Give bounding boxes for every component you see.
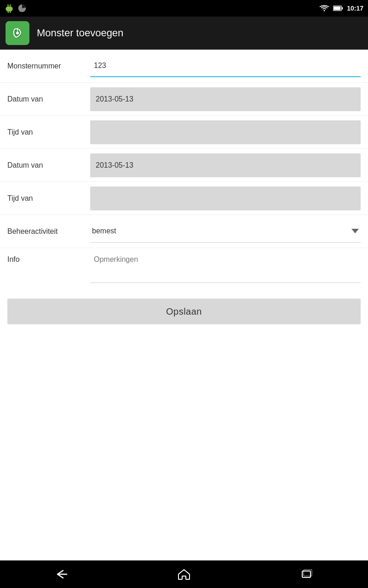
svg-rect-4 (8, 11, 9, 13)
form-row-beheeractiviteit: Beheeractiviteit bemest (0, 215, 368, 248)
status-bar-right: 10:17 (319, 5, 363, 12)
clock: 10:17 (347, 5, 363, 12)
label-beheeractiviteit: Beheeractiviteit (7, 227, 90, 236)
svg-point-12 (16, 32, 19, 34)
label-datum-van-1: Datum van (7, 95, 90, 103)
label-info: Info (7, 255, 90, 264)
status-bar: 10:17 (0, 0, 368, 17)
form-row-info: Info (0, 248, 368, 289)
svg-rect-5 (10, 11, 11, 13)
svg-rect-10 (334, 6, 340, 10)
app-logo (6, 21, 29, 45)
textarea-info[interactable] (90, 255, 361, 283)
dropdown-value-beheeractiviteit: bemest (92, 227, 116, 235)
label-monsternummer: Monsternummer (7, 62, 90, 70)
recent-button[interactable] (293, 565, 321, 583)
input-tijd-van-2[interactable] (90, 187, 361, 210)
svg-point-7 (324, 10, 325, 11)
save-row: Opslaan (0, 289, 368, 334)
app-title: Monster toevoegen (37, 27, 123, 39)
form-row-monsternummer: Monsternummer (0, 50, 368, 83)
home-icon (178, 568, 190, 580)
bottom-nav (0, 560, 368, 588)
label-datum-van-2: Datum van (7, 161, 90, 170)
input-datum-van-1[interactable]: 2013-05-13 (90, 87, 361, 111)
app-bar: Monster toevoegen (0, 17, 368, 50)
android-figure-icon (5, 4, 14, 13)
input-datum-van-2[interactable]: 2013-05-13 (90, 153, 361, 177)
chevron-down-icon (351, 229, 359, 233)
form-row-datum-van-1: Datum van 2013-05-13 (0, 83, 368, 116)
svg-point-0 (7, 5, 9, 6)
status-bar-left (5, 4, 27, 13)
input-tijd-van-1[interactable] (90, 120, 361, 144)
form-row-tijd-van-1: Tijd van (0, 116, 368, 149)
home-button[interactable] (170, 565, 198, 583)
form-row-datum-van-2: Datum van 2013-05-13 (0, 149, 368, 182)
wifi-icon (319, 5, 329, 12)
form-row-tijd-van-2: Tijd van (0, 182, 368, 215)
back-button[interactable] (47, 565, 75, 583)
battery-icon (333, 5, 343, 11)
svg-rect-9 (342, 7, 343, 9)
label-tijd-van-1: Tijd van (7, 128, 90, 136)
svg-rect-3 (12, 7, 13, 10)
svg-point-1 (10, 5, 11, 6)
form-content: Monsternummer Datum van 2013-05-13 Tijd … (0, 50, 368, 334)
input-monsternummer[interactable] (90, 55, 361, 77)
app-logo-icon (9, 24, 26, 42)
game-icon (17, 4, 27, 13)
save-button[interactable]: Opslaan (7, 299, 361, 324)
dropdown-beheeractiviteit[interactable]: bemest (90, 220, 361, 243)
svg-rect-2 (6, 7, 7, 10)
back-icon (54, 569, 69, 580)
recent-apps-icon (300, 568, 313, 580)
label-tijd-van-2: Tijd van (7, 194, 90, 203)
